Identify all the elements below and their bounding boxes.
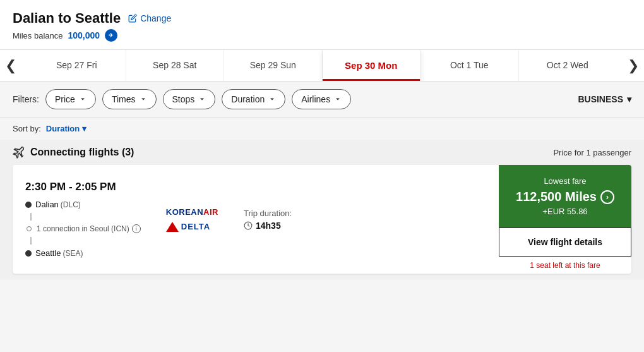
sort-bar: Sort by: Duration ▾ [0, 118, 644, 140]
clock-icon [244, 221, 253, 230]
dest-city-name: Seattle [35, 248, 61, 258]
results-area: Connecting flights (3) Price for 1 passe… [0, 140, 644, 280]
fare-miles: 112,500 Miles [516, 190, 597, 204]
date-label-0: Sep 27 Fri [56, 60, 97, 70]
filter-btn-times[interactable]: Times [102, 89, 157, 109]
page-header: Dalian to Seattle Change Miles balance 1… [0, 0, 644, 50]
filters-label: Filters: [13, 94, 39, 104]
sort-label: Sort by: [13, 124, 41, 133]
date-nav: ❮ Sep 27 FriSep 28 SatSep 29 SunSep 30 M… [0, 50, 644, 82]
chevron-down-icon [268, 95, 276, 103]
page-title: Dalian to Seattle [13, 10, 121, 27]
dest-dot [25, 250, 32, 257]
filter-label-stops: Stops [172, 94, 195, 104]
korean-air-logo: KOREANAIR [166, 207, 218, 217]
filter-label-airlines: Airlines [301, 94, 330, 104]
trip-duration-label: Trip duration: [244, 209, 292, 218]
date-item-3[interactable]: Sep 30 Mon [323, 50, 421, 81]
filter-label-duration: Duration [231, 94, 265, 104]
price-note: Price for 1 passenger [553, 148, 631, 157]
connecting-title-text: Connecting flights (3) [30, 147, 134, 158]
price-panel: Lowest fare 112,500 Miles › +EUR 55.86 V… [499, 165, 631, 274]
connection-info: 1 connection in Seoul (ICN) i [27, 224, 141, 233]
flight-card: 2:30 PM - 2:05 PM Dalian (DLC) 1 connect… [13, 165, 631, 274]
filter-label-times: Times [112, 94, 136, 104]
date-item-1[interactable]: Sep 28 Sat [126, 50, 225, 81]
origin-city-name: Dalian [35, 200, 59, 209]
cabin-class-chevron: ▾ [627, 94, 631, 104]
dest-code: (SEA) [63, 249, 83, 258]
trip-duration-section: Trip duration: 14h35 [244, 209, 292, 231]
origin-city: Dalian (DLC) [25, 200, 141, 209]
filters-bar: Filters: PriceTimesStopsDurationAirlines… [0, 82, 644, 118]
filter-btn-duration[interactable]: Duration [222, 89, 285, 109]
filter-btn-price[interactable]: Price [45, 89, 96, 109]
date-item-4[interactable]: Oct 1 Tue [420, 50, 519, 81]
origin-dot [25, 202, 32, 208]
chevron-down-icon [79, 95, 86, 103]
lowest-fare-label: Lowest fare [544, 176, 586, 186]
time-range: 2:30 PM - 2:05 PM [25, 181, 141, 193]
prev-date-button[interactable]: ❮ [5, 58, 16, 74]
chevron-down-icon [198, 95, 206, 103]
change-button[interactable]: Change [128, 13, 171, 23]
date-label-4: Oct 1 Tue [450, 60, 489, 70]
date-item-5[interactable]: Oct 2 Wed [519, 50, 617, 81]
delta-triangle-icon [166, 222, 179, 232]
date-item-2[interactable]: Sep 29 Sun [224, 50, 323, 81]
fare-arrow-icon: › [600, 190, 614, 204]
sort-value: Duration [46, 124, 80, 133]
date-label-5: Oct 2 Wed [547, 60, 588, 70]
cabin-class-label: BUSINESS [578, 94, 623, 104]
delta-logo: DELTA [166, 222, 210, 232]
date-label-2: Sep 29 Sun [250, 60, 296, 70]
miles-balance: 100,000 [68, 30, 100, 40]
filter-btn-stops[interactable]: Stops [163, 89, 216, 109]
origin-code: (DLC) [61, 200, 81, 209]
sort-select[interactable]: Duration ▾ [46, 124, 86, 133]
flights-icon [13, 146, 25, 159]
filter-label-price: Price [55, 94, 75, 104]
fare-eur: +EUR 55.86 [542, 207, 587, 216]
flight-times-section: 2:30 PM - 2:05 PM Dalian (DLC) 1 connect… [25, 181, 141, 258]
seat-left-notice: 1 seat left at this fare [499, 257, 631, 274]
trip-duration-value: 14h35 [256, 221, 281, 231]
miles-label: Miles balance [13, 31, 63, 40]
next-date-button[interactable]: ❯ [628, 58, 639, 74]
flight-info: 2:30 PM - 2:05 PM Dalian (DLC) 1 connect… [13, 165, 499, 274]
pencil-icon [128, 14, 137, 23]
connection-info-icon[interactable]: i [132, 224, 141, 233]
dest-city: Seattle (SEA) [25, 248, 141, 258]
date-label-3: Sep 30 Mon [345, 60, 397, 71]
date-label-1: Sep 28 Sat [153, 60, 196, 70]
cabin-class-button[interactable]: BUSINESS ▾ [578, 94, 631, 104]
filter-btn-airlines[interactable]: Airlines [292, 89, 351, 109]
change-label: Change [140, 13, 171, 23]
delta-text: DELTA [181, 222, 210, 231]
chevron-down-icon [334, 95, 342, 103]
miles-icon: ✈ [105, 29, 117, 42]
sort-chevron: ▾ [82, 124, 86, 133]
view-details-button[interactable]: View flight details [499, 228, 631, 257]
airlines-logos: KOREANAIR DELTA [166, 207, 218, 232]
lowest-fare-button[interactable]: Lowest fare 112,500 Miles › +EUR 55.86 [499, 165, 631, 228]
date-item-0[interactable]: Sep 27 Fri [28, 50, 126, 81]
chevron-down-icon [140, 95, 147, 103]
connecting-header: Connecting flights (3) Price for 1 passe… [13, 146, 631, 159]
connection-text: 1 connection in Seoul (ICN) [37, 224, 129, 233]
